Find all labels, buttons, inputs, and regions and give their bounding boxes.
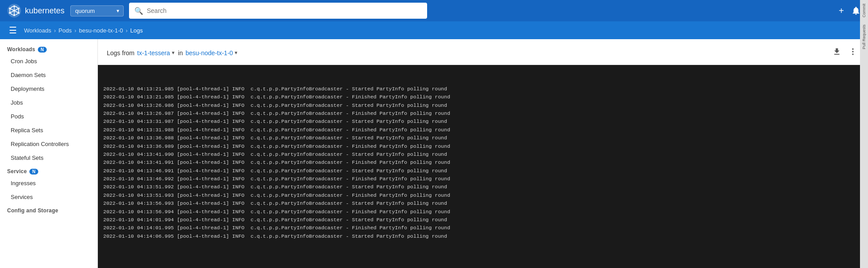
log-line: 2022-01-10 04:13:36.988 [pool-4-thread-1… [103, 134, 863, 142]
main-area: Workloads N Cron Jobs Daemon Sets Deploy… [0, 39, 868, 268]
content-panel: Logs from tx-1-tessera ▼ in besu-node-tx… [98, 39, 868, 268]
sidebar-item-cron-jobs[interactable]: Cron Jobs [0, 54, 97, 68]
sidebar-item-services-label: Services [11, 194, 33, 200]
log-line: 2022-01-10 04:13:41.990 [pool-4-thread-1… [103, 150, 863, 158]
log-line: 2022-01-10 04:13:21.985 [pool-4-thread-1… [103, 93, 863, 101]
sidebar-item-services[interactable]: Services [0, 190, 97, 204]
logo-area: kubernetes [7, 4, 65, 18]
log-line: 2022-01-10 04:14:01.994 [pool-4-thread-1… [103, 216, 863, 224]
sidebar-item-jobs[interactable]: Jobs [0, 96, 97, 110]
more-options-button[interactable] [847, 45, 859, 60]
log-line: 2022-01-10 04:13:46.992 [pool-4-thread-1… [103, 175, 863, 183]
sidebar-item-cron-jobs-label: Cron Jobs [11, 58, 37, 65]
sidebar-section-service-label: Service [7, 168, 27, 175]
menu-icon[interactable]: ☰ [9, 25, 17, 36]
log-line: 2022-01-10 04:13:46.991 [pool-4-thread-1… [103, 167, 863, 175]
log-line: 2022-01-10 04:13:26.986 [pool-4-thread-1… [103, 102, 863, 110]
sidebar-item-replication-controllers[interactable]: Replication Controllers [0, 137, 97, 151]
search-icon: 🔍 [134, 7, 143, 15]
sidebar-item-stateful-sets-label: Stateful Sets [11, 154, 44, 161]
add-button[interactable]: + [839, 6, 844, 16]
svg-point-13 [852, 53, 853, 55]
container-selector-chevron-icon: ▼ [171, 50, 175, 55]
logs-header: Logs from tx-1-tessera ▼ in besu-node-tx… [98, 39, 868, 65]
pod-selector-chevron-icon: ▼ [234, 50, 238, 55]
log-line: 2022-01-10 04:14:01.995 [pool-4-thread-1… [103, 224, 863, 232]
sidebar-section-workloads: Workloads N [0, 43, 97, 54]
sidebar-item-pods[interactable]: Pods [0, 110, 97, 123]
breadcrumb: Workloads › Pods › besu-node-tx-1-0 › Lo… [24, 27, 143, 34]
breadcrumb-pods[interactable]: Pods [59, 27, 72, 34]
sidebar-item-replica-sets-label: Replica Sets [11, 127, 43, 134]
breadcrumb-current: Logs [130, 27, 143, 34]
svg-point-9 [9, 12, 11, 14]
app-name: kubernetes [25, 6, 65, 16]
pod-selector-value: besu-node-tx-1-0 [186, 49, 233, 57]
sidebar-item-deployments[interactable]: Deployments [0, 82, 97, 96]
top-nav: kubernetes quorum ▼ 🔍 + [0, 0, 868, 21]
log-line: 2022-01-10 04:13:21.985 [pool-4-thread-1… [103, 85, 863, 93]
sidebar-item-replication-controllers-label: Replication Controllers [11, 141, 69, 147]
breadcrumb-workloads[interactable]: Workloads [24, 27, 51, 34]
svg-point-5 [13, 5, 15, 7]
right-side-panel: Commit Pull Requests [860, 0, 868, 268]
sidebar-workloads-badge: N [38, 47, 46, 53]
svg-point-7 [9, 8, 11, 9]
breadcrumb-sep-2: › [74, 27, 76, 34]
right-panel-pull-requests[interactable]: Pull Requests [860, 21, 868, 53]
container-selector-button[interactable]: tx-1-tessera ▼ [137, 49, 175, 57]
sidebar-item-deployments-label: Deployments [11, 85, 44, 92]
logs-header-actions [831, 45, 859, 60]
svg-point-12 [852, 51, 853, 52]
log-line: 2022-01-10 04:13:31.988 [pool-4-thread-1… [103, 126, 863, 134]
logs-in-label: in [178, 49, 183, 57]
breadcrumb-sep-3: › [126, 27, 128, 34]
sidebar: Workloads N Cron Jobs Daemon Sets Deploy… [0, 39, 98, 268]
log-line: 2022-01-10 04:13:31.987 [pool-4-thread-1… [103, 118, 863, 126]
cluster-selector-wrapper[interactable]: quorum ▼ [70, 5, 124, 16]
log-line: 2022-01-10 04:13:51.993 [pool-4-thread-1… [103, 191, 863, 199]
svg-point-11 [852, 49, 853, 50]
sidebar-section-service: Service N [0, 165, 97, 176]
sidebar-item-ingresses[interactable]: Ingresses [0, 176, 97, 190]
sidebar-item-stateful-sets[interactable]: Stateful Sets [0, 151, 97, 165]
log-line: 2022-01-10 04:13:56.994 [pool-4-thread-1… [103, 208, 863, 216]
sidebar-item-ingresses-label: Ingresses [11, 180, 36, 187]
download-logs-button[interactable] [831, 45, 843, 60]
log-line: 2022-01-10 04:13:36.989 [pool-4-thread-1… [103, 142, 863, 150]
sidebar-section-config-storage: Config and Storage [0, 204, 97, 215]
breadcrumb-bar: ☰ Workloads › Pods › besu-node-tx-1-0 › … [0, 21, 868, 39]
svg-point-6 [13, 14, 15, 16]
right-panel-commit[interactable]: Commit [860, 0, 868, 21]
sidebar-service-badge: N [29, 169, 38, 175]
sidebar-item-pods-label: Pods [11, 113, 24, 120]
log-line: 2022-01-10 04:13:41.991 [pool-4-thread-1… [103, 158, 863, 166]
log-line: 2022-01-10 04:13:51.992 [pool-4-thread-1… [103, 183, 863, 191]
sidebar-item-replica-sets[interactable]: Replica Sets [0, 123, 97, 137]
cluster-selector[interactable]: quorum [70, 5, 124, 16]
log-output[interactable]: 2022-01-10 04:13:21.985 [pool-4-thread-1… [98, 65, 868, 268]
log-line: 2022-01-10 04:13:56.993 [pool-4-thread-1… [103, 199, 863, 207]
sidebar-item-jobs-label: Jobs [11, 99, 23, 106]
kubernetes-logo-icon [7, 4, 21, 18]
search-bar[interactable]: 🔍 [129, 3, 427, 19]
log-line: 2022-01-10 04:13:26.987 [pool-4-thread-1… [103, 110, 863, 118]
nav-actions: + [839, 6, 861, 16]
breadcrumb-pod-name[interactable]: besu-node-tx-1-0 [79, 27, 123, 34]
svg-point-8 [18, 12, 20, 14]
pod-selector-button[interactable]: besu-node-tx-1-0 ▼ [186, 49, 238, 57]
sidebar-item-daemon-sets[interactable]: Daemon Sets [0, 68, 97, 82]
breadcrumb-sep-1: › [54, 27, 56, 34]
log-line: 2022-01-10 04:14:06.995 [pool-4-thread-1… [103, 232, 863, 240]
logs-from-label: Logs from [107, 49, 134, 57]
search-input[interactable] [147, 7, 422, 14]
container-selector-value: tx-1-tessera [137, 49, 170, 57]
sidebar-section-workloads-label: Workloads [7, 46, 35, 53]
svg-point-10 [18, 8, 20, 9]
notification-bell-icon[interactable] [851, 6, 861, 16]
sidebar-item-daemon-sets-label: Daemon Sets [11, 72, 46, 78]
sidebar-section-config-storage-label: Config and Storage [7, 207, 58, 214]
